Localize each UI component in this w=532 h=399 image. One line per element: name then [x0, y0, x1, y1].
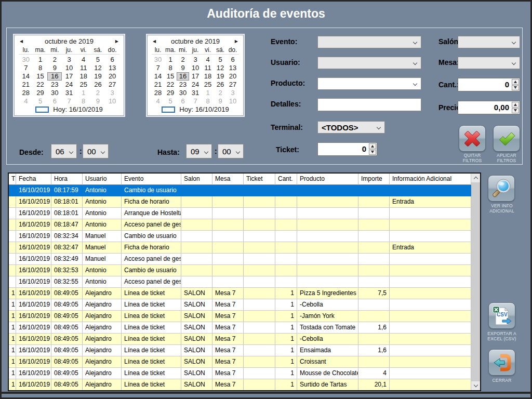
table-row[interactable]: 16/10/201908:18:01AntonioArranque de Hos… [9, 208, 471, 219]
calendar-day[interactable]: 6 [177, 97, 189, 105]
calendar-day[interactable]: 29 [164, 89, 177, 97]
column-header[interactable]: Ticket [244, 174, 275, 185]
calendar-day[interactable]: 21 [152, 81, 164, 89]
calendar-day[interactable]: 29 [33, 89, 48, 97]
stepper-down-button[interactable] [369, 150, 376, 155]
calendar-day[interactable]: 6 [227, 56, 239, 64]
calendar-day[interactable]: 30 [152, 56, 164, 64]
stepper-up-button[interactable] [512, 102, 519, 108]
column-header[interactable]: Hora [51, 174, 83, 185]
calendar-day[interactable]: 5 [91, 56, 105, 64]
stepper-down-button[interactable] [512, 108, 519, 114]
evento-select[interactable] [317, 36, 421, 48]
calendar-day[interactable]: 14 [152, 72, 164, 81]
calendar-day[interactable]: 9 [91, 97, 105, 105]
column-header[interactable]: Importe [358, 174, 390, 185]
calendar-day[interactable]: 11 [76, 64, 91, 72]
calendar-day[interactable]: 23 [177, 81, 189, 89]
today-checkbox[interactable] [35, 107, 49, 113]
today-label[interactable]: Hoy: 16/10/2019 [53, 105, 102, 113]
calendar-day[interactable]: 3 [62, 56, 76, 64]
calendar-day[interactable]: 15 [164, 72, 177, 81]
calendar-day[interactable]: 4 [152, 97, 164, 105]
table-row[interactable]: 16/10/201908:32:53AntonioCambio de usuar… [9, 265, 471, 276]
table-row[interactable]: 116/10/201908:49:05AlejandroLínea de tic… [9, 356, 471, 368]
ver-info-adicional-button[interactable] [488, 175, 515, 202]
calendar-day[interactable]: 3 [189, 56, 202, 64]
hasta-minute-select[interactable]: 00 [218, 144, 244, 158]
calendar-day[interactable]: 8 [202, 97, 214, 105]
table-row[interactable]: 116/10/201908:49:05AlejandroLínea de tic… [9, 322, 471, 334]
calendar-day[interactable]: 4 [202, 56, 214, 64]
calendar-day[interactable]: 21 [19, 81, 33, 89]
calendar-day[interactable]: 31 [189, 89, 202, 97]
column-header[interactable]: Producto [297, 174, 358, 185]
calendar-day[interactable]: 25 [202, 81, 214, 89]
calendar-day[interactable]: 5 [164, 97, 177, 105]
calendar-day[interactable]: 22 [33, 81, 48, 89]
calendar-day[interactable]: 10 [62, 64, 76, 72]
calendar-day[interactable]: 2 [47, 56, 62, 64]
stepper-up-button[interactable] [369, 143, 376, 149]
calendar-day[interactable]: 22 [164, 81, 177, 89]
detalles-input[interactable] [317, 98, 421, 111]
ticket-stepper[interactable]: 0 [317, 142, 377, 156]
table-row[interactable]: 16/10/201908:18:47AntonioAcceso panel de… [9, 219, 471, 231]
calendar-day[interactable]: 3 [105, 89, 119, 97]
calendar-day[interactable]: 5 [214, 56, 227, 64]
calendar-day[interactable]: 17 [62, 72, 76, 81]
calendar-day[interactable]: 17 [189, 72, 202, 81]
column-header[interactable]: Evento [122, 174, 181, 185]
scroll-up-button[interactable] [471, 174, 480, 182]
column-header[interactable]: T [9, 174, 16, 185]
calendar-day[interactable]: 28 [152, 89, 164, 97]
column-header[interactable]: Información Adicional [390, 174, 471, 185]
column-header[interactable]: Mesa [212, 174, 244, 185]
calendar-day-today[interactable]: 16 [47, 72, 62, 81]
exportar-csv-button[interactable]: CSV [488, 302, 515, 329]
calendar-day[interactable]: 9 [177, 64, 189, 72]
cant-stepper[interactable]: 0 [458, 78, 520, 91]
calendar-day[interactable]: 18 [76, 72, 91, 81]
terminal-select[interactable]: <TODOS> [317, 121, 385, 134]
column-header[interactable]: Cant. [275, 174, 297, 185]
calendar-day[interactable]: 25 [76, 81, 91, 89]
quitar-filtros-button[interactable] [459, 125, 486, 152]
calendar-day[interactable]: 1 [202, 89, 214, 97]
stepper-up-button[interactable] [512, 79, 519, 85]
calendar-day[interactable]: 27 [227, 81, 239, 89]
calendar-day[interactable]: 10 [189, 64, 202, 72]
column-header[interactable]: Fecha [16, 174, 51, 185]
calendar-day[interactable]: 30 [177, 89, 189, 97]
calendar-day[interactable]: 10 [227, 97, 239, 105]
calendar-day[interactable]: 7 [152, 64, 164, 72]
calendar-day[interactable]: 4 [76, 56, 91, 64]
calendar-prev-icon[interactable]: ◀ [20, 39, 26, 44]
calendar-day[interactable]: 2 [214, 89, 227, 97]
calendar-day[interactable]: 24 [189, 81, 202, 89]
calendar-day[interactable]: 12 [91, 64, 105, 72]
calendar-day[interactable]: 7 [189, 97, 202, 105]
table-row[interactable]: 116/10/201908:49:05AlejandroLínea de tic… [9, 345, 471, 356]
desde-minute-select[interactable]: 00 [83, 144, 109, 158]
calendar-day[interactable]: 6 [47, 97, 62, 105]
cerrar-button[interactable] [488, 349, 515, 376]
today-label[interactable]: Hoy: 16/10/2019 [179, 105, 229, 113]
stepper-down-button[interactable] [512, 85, 519, 91]
calendar-day[interactable]: 7 [19, 64, 33, 72]
table-row[interactable]: 16/10/201908:32:49ManuelAcceso panel de … [9, 254, 471, 265]
calendar-day[interactable]: 10 [105, 97, 119, 105]
calendar-next-icon[interactable]: ▶ [112, 39, 118, 44]
calendar-day[interactable]: 19 [214, 72, 227, 81]
table-row[interactable]: 116/10/201908:49:05AlejandroLínea de tic… [9, 299, 471, 311]
table-row[interactable]: 116/10/201908:49:05AlejandroLínea de tic… [9, 368, 471, 379]
calendar-day[interactable]: 26 [91, 81, 105, 89]
calendar-day[interactable]: 6 [105, 56, 119, 64]
calendar-day[interactable]: 3 [227, 89, 239, 97]
calendar-day[interactable]: 1 [76, 89, 91, 97]
calendar-day[interactable]: 23 [47, 81, 62, 89]
today-checkbox[interactable] [162, 107, 175, 113]
mesa-select[interactable] [458, 57, 520, 69]
calendar-day[interactable]: 30 [19, 56, 33, 64]
desde-hour-select[interactable]: 06 [51, 144, 77, 158]
